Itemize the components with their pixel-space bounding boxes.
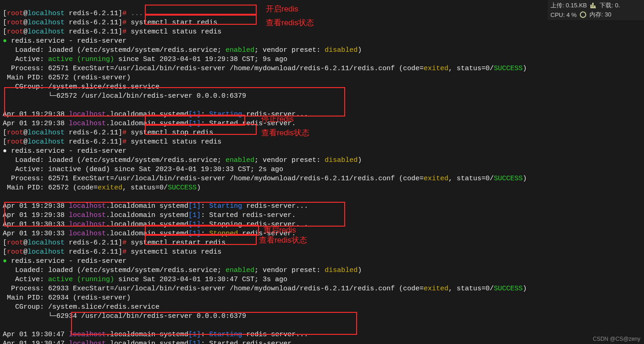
mem-label: 内存: 30	[589, 11, 611, 19]
chart-icon	[589, 2, 597, 9]
terminal-output[interactable]: [root@localhost redis-6.2.11]# .........…	[0, 0, 644, 344]
line: ● redis.service - redis-server	[3, 37, 127, 45]
line: Loaded: loaded (/etc/systemd/system/redi…	[3, 266, 362, 274]
line: Process: 62571 ExecStart=/usr/local/bin/…	[3, 65, 527, 72]
annotation-text: 开启redis	[266, 4, 298, 14]
line: Apr 01 19:30:47 localhost.localdomain sy…	[3, 331, 308, 338]
svg-point-0	[580, 12, 586, 17]
line	[3, 322, 7, 329]
line: Process: 62933 ExecStart=/usr/local/bin/…	[3, 285, 527, 293]
line: [root@localhost redis-6.2.11]# systemctl…	[3, 19, 217, 27]
line: Main PID: 62572 (redis-server)	[3, 74, 131, 82]
line: Main PID: 62934 (redis-server)	[3, 294, 131, 302]
line: Apr 01 19:29:38 localhost.localdomain sy…	[3, 211, 296, 219]
line: CGroup: /system.slice/redis.service	[3, 83, 160, 91]
line: [root@localhost redis-6.2.11]# systemctl…	[3, 138, 221, 146]
annotation-text: 查看redis状态	[259, 235, 307, 245]
upload-label: 上传: 0.15.KB	[550, 1, 587, 10]
line	[3, 101, 7, 109]
line: └─62934 /usr/local/bin/redis-server 0.0.…	[3, 312, 246, 320]
line: Apr 01 19:30:47 localhost.localdomain sy…	[3, 340, 296, 344]
line: Active: active (running) since Sat 2023-…	[3, 276, 287, 283]
line: [root@localhost redis-6.2.11]# systemctl…	[3, 248, 221, 256]
line: Loaded: loaded (/etc/systemd/system/redi…	[3, 156, 362, 164]
annotation-text: 停止redis	[261, 114, 294, 124]
line: Active: inactive (dead) since Sat 2023-0…	[3, 166, 283, 173]
annotation-text: 查看redis状态	[266, 17, 314, 28]
annotation-text: 查看redis状态	[261, 128, 309, 138]
line	[3, 193, 7, 201]
line: Apr 01 19:29:38 localhost.localdomain sy…	[3, 202, 308, 210]
line: └─62572 /usr/local/bin/redis-server 0.0.…	[3, 92, 246, 100]
line: Main PID: 62572 (code=exited, status=0/S…	[3, 184, 201, 192]
cpu-label: CPU: 4 %	[550, 11, 577, 18]
line: Apr 01 19:30:33 localhost.localdomain sy…	[3, 221, 308, 228]
line: CGroup: /system.slice/redis.service	[3, 303, 160, 311]
download-label: 下载: 0.	[600, 1, 620, 10]
watermark: CSDN @CS@zeny	[593, 336, 640, 342]
line: Active: active (running) since Sat 2023-…	[3, 55, 287, 63]
line: ● redis.service - redis-server	[3, 147, 127, 155]
annotation-text: 重启redis	[264, 225, 296, 235]
line: [root@localhost redis-6.2.11]# systemctl…	[3, 129, 213, 137]
line: Apr 01 19:29:38 localhost.localdomain sy…	[3, 120, 296, 128]
line: [root@localhost redis-6.2.11]# .........…	[3, 10, 234, 17]
line: [root@localhost redis-6.2.11]# systemctl…	[3, 239, 226, 247]
line: Process: 62571 ExecStart=/usr/local/bin/…	[3, 175, 527, 183]
line: ● redis.service - redis-server	[3, 257, 127, 265]
line: [root@localhost redis-6.2.11]# systemctl…	[3, 28, 221, 36]
system-stats-overlay: 上传: 0.15.KB下载: 0. CPU: 4 %内存: 30	[548, 0, 644, 20]
line: Loaded: loaded (/etc/systemd/system/redi…	[3, 46, 362, 54]
cpu-icon	[579, 11, 587, 18]
line: Apr 01 19:30:33 localhost.localdomain sy…	[3, 230, 296, 238]
